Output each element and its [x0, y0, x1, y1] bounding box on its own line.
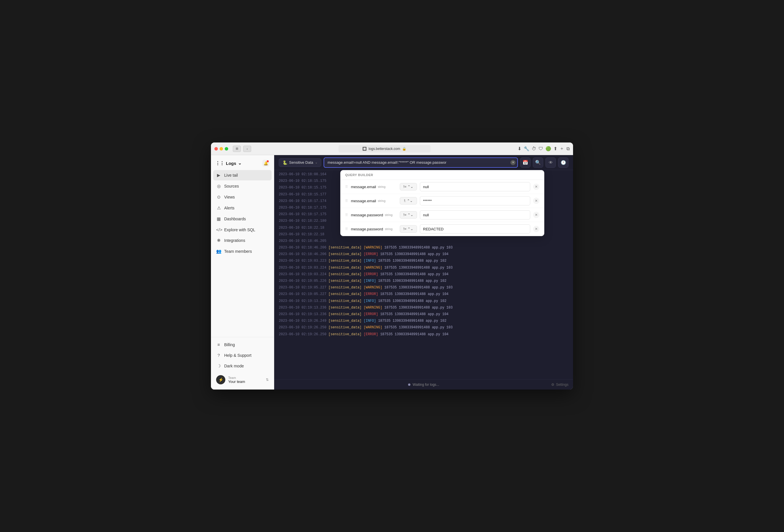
log-timestamp: 2023-06-10 02:18:17.175	[279, 212, 327, 216]
drag-handle-icon[interactable]: ⠿	[345, 227, 348, 231]
app-window: ⊞ ‹ 🔲 logs.betterstack.com 🔒 ⬇ 🔧 ⏱ 🛡 🟢 ⬆…	[211, 143, 573, 389]
team-info: Team Your team	[228, 376, 263, 384]
dark-mode-icon: ☽	[216, 363, 221, 368]
team-section[interactable]: ⚡ Team Your team ⇅	[213, 372, 272, 387]
log-timestamp: 2023-06-10 02:18:22.180	[279, 219, 327, 223]
operator-chevron-icon: ⌃⌄	[408, 185, 413, 189]
shield-icon[interactable]: 🛡	[538, 146, 543, 151]
log-timestamp: 2023-06-10 02:19:03.223	[279, 259, 327, 263]
log-body: 187535 139833948991488 app.py 104	[380, 332, 449, 336]
operator-chevron-icon: ⌃⌄	[408, 213, 413, 217]
sidebar-item-integrations[interactable]: ❋ Integrations	[213, 235, 272, 246]
app-body: ⋮⋮ Logs ⌄ 🔔 ▶ Live tail ◎ Sources	[211, 155, 573, 389]
close-button[interactable]	[215, 147, 218, 150]
calendar-button[interactable]: 📅	[520, 157, 531, 168]
query-builder-row: ⠿ message.email string != ⌃⌄ ✕	[341, 180, 544, 194]
sidebar-item-views[interactable]: ⊙ Views	[213, 192, 272, 202]
settings-button[interactable]: ⚙ Settings	[551, 383, 568, 387]
qb-delete-button-1[interactable]: ✕	[533, 183, 539, 190]
sidebar-item-team-members[interactable]: 👥 Team members	[213, 246, 272, 257]
qb-value-input-2[interactable]	[420, 196, 530, 205]
qb-field-name: message.password	[351, 213, 383, 217]
views-icon: ⊙	[216, 195, 221, 200]
site-icon: 🔲	[362, 147, 367, 151]
query-clear-button[interactable]: ✕	[510, 160, 515, 165]
view-button[interactable]: 👁	[545, 157, 556, 168]
notification-button[interactable]: 🔔	[262, 160, 269, 167]
new-tab-icon[interactable]: ＋	[560, 146, 564, 152]
sidebar-item-sources[interactable]: ◎ Sources	[213, 181, 272, 191]
minimize-button[interactable]	[220, 147, 223, 150]
operator-text: !=	[403, 227, 407, 231]
topbar: 🐍 Sensitive Data ⌄ ✕ 📅 🔍 👁	[274, 155, 573, 170]
qb-field-type: string	[385, 213, 393, 216]
logo-icon: ⋮⋮	[216, 160, 224, 166]
sidebar-toggle-button[interactable]: ⊞	[233, 146, 241, 152]
url-bar[interactable]: 🔲 logs.betterstack.com 🔒	[339, 145, 430, 152]
qb-field-1: message.email string	[351, 185, 397, 189]
log-level: [ERROR]	[364, 332, 378, 336]
drag-handle-icon[interactable]: ⠿	[345, 185, 348, 189]
log-tag: [sensitive_data]	[329, 246, 362, 249]
qb-operator-2[interactable]: !: ⌃⌄	[400, 197, 417, 205]
sidebar-item-dashboards[interactable]: ▦ Dashboards	[213, 214, 272, 224]
log-body: 187535 139833948991488 app.py 103	[384, 306, 453, 310]
qb-delete-button-2[interactable]: ✕	[533, 198, 539, 204]
view-icon: 👁	[549, 160, 553, 165]
sidebar-item-explore-sql[interactable]: </> Explore with SQL	[213, 225, 272, 235]
topbar-right-buttons: 👁 🕐	[545, 157, 568, 168]
qb-value-input-4[interactable]	[420, 224, 530, 234]
search-icon: 🔍	[535, 160, 541, 165]
search-button[interactable]: 🔍	[533, 157, 543, 168]
log-body: 187535 139833948991488 app.py 103	[384, 325, 453, 329]
log-entry: 2023-06-10 02:19:05.227 [sensitive_data]…	[274, 285, 573, 291]
source-selector-icon: 🐍	[282, 160, 287, 165]
sidebar-item-live-tail[interactable]: ▶ Live tail	[213, 170, 272, 180]
sidebar-item-label: Sources	[224, 184, 239, 188]
log-timestamp: 2023-06-10 02:18:15.175	[279, 185, 327, 189]
qb-operator-4[interactable]: != ⌃⌄	[400, 225, 417, 233]
log-tag: [sensitive_data]	[329, 312, 362, 316]
qb-value-input-1[interactable]	[420, 182, 530, 191]
sidebar-item-dark-mode[interactable]: ☽ Dark mode	[213, 361, 272, 371]
drag-handle-icon[interactable]: ⠿	[345, 199, 348, 203]
sidebar-item-help-support[interactable]: ? Help & Support	[213, 350, 272, 360]
download-icon[interactable]: ⬇	[517, 146, 521, 151]
profile-icon[interactable]: 🟢	[545, 146, 551, 151]
sidebar-item-alerts[interactable]: ⚠ Alerts	[213, 203, 272, 213]
log-level: [WARNING]	[364, 306, 382, 310]
source-selector[interactable]: 🐍 Sensitive Data ⌄	[279, 158, 321, 167]
qb-value-input-3[interactable]	[420, 210, 530, 219]
qb-delete-button-3[interactable]: ✕	[533, 212, 539, 218]
log-timestamp: 2023-06-10 02:18:17.174	[279, 199, 327, 203]
log-body: 187535 139833948991488 app.py 104	[380, 292, 449, 296]
app-logo[interactable]: ⋮⋮ Logs ⌄	[216, 160, 242, 166]
log-level: [WARNING]	[364, 325, 382, 329]
query-builder-row: ⠿ message.password string != ⌃⌄ ✕	[341, 222, 544, 236]
query-input[interactable]	[324, 157, 518, 168]
maximize-button[interactable]	[225, 147, 228, 150]
clock-button[interactable]: 🕐	[558, 157, 568, 168]
log-timestamp: 2023-06-10 02:18:22.18	[279, 232, 324, 236]
alerts-icon: ⚠	[216, 205, 221, 211]
windows-icon[interactable]: ⧉	[566, 146, 569, 151]
qb-operator-3[interactable]: != ⌃⌄	[400, 211, 417, 218]
share-icon[interactable]: ⬆	[554, 146, 557, 151]
sidebar-item-billing[interactable]: ≡ Billing	[213, 339, 272, 350]
drag-handle-icon[interactable]: ⠿	[345, 213, 348, 217]
log-entry: 2023-06-10 02:19:03.224 [sensitive_data]…	[274, 271, 573, 278]
query-builder-header: QUERY BUILDER	[341, 170, 544, 180]
logo-text: Logs	[226, 161, 236, 166]
sidebar-header: ⋮⋮ Logs ⌄ 🔔	[211, 155, 274, 169]
extensions-icon[interactable]: 🔧	[524, 146, 529, 151]
qb-field-type: string	[377, 199, 385, 203]
query-builder-row: ⠿ message.password string != ⌃⌄ ✕	[341, 208, 544, 222]
log-level: [ERROR]	[364, 272, 378, 276]
back-button[interactable]: ‹	[243, 146, 251, 152]
qb-field-name: message.email	[351, 185, 376, 189]
qb-delete-button-4[interactable]: ✕	[533, 226, 539, 232]
timer-icon[interactable]: ⏱	[532, 146, 536, 151]
qb-operator-1[interactable]: != ⌃⌄	[400, 183, 417, 190]
log-level: [WARNING]	[364, 266, 382, 270]
log-tag: [sensitive_data]	[329, 259, 362, 263]
